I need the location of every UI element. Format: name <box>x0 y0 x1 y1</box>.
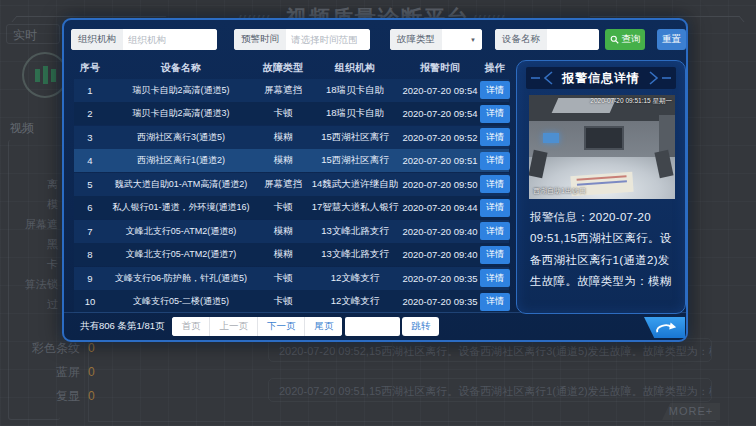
cell-org: 13文峰北路支行 <box>310 248 400 261</box>
ticker-message: 2020-07-20 09:51,15西湖社区离行。设备西湖社区离行1(通道2)… <box>268 378 712 402</box>
chevron-left-icon <box>530 71 556 85</box>
stat-label: 复显 <box>0 384 80 408</box>
search-button[interactable]: 查询 <box>605 29 645 50</box>
detail-button[interactable]: 详情 <box>480 175 510 193</box>
alarm-detail-message: 报警信息：2020-07-20 09:51,15西湖社区离行。设备西湖社区离行1… <box>530 207 674 292</box>
alarm-list-modal: 组织机构 预警时间 故障类型 ▼ 设备名称 查询 重置 <box>62 18 688 342</box>
table-row[interactable]: 9文峰支行06-防护舱，针孔(通道5)卡顿12文峰支行2020-07-20 09… <box>74 267 509 290</box>
detail-button[interactable]: 详情 <box>480 128 510 146</box>
detail-button[interactable]: 详情 <box>480 246 510 264</box>
cell-device: 文峰支行06-防护舱，针孔(通道5) <box>106 272 256 285</box>
org-filter-group: 组织机构 <box>71 29 217 50</box>
cell-org: 17智慧大道私人银行 <box>310 201 400 214</box>
cell-fault: 卡顿 <box>256 107 310 120</box>
cell-org: 15西湖社区离行 <box>310 154 400 167</box>
col-header-device: 设备名称 <box>106 61 256 75</box>
cell-device: 西湖社区离行3(通道5) <box>106 131 256 144</box>
col-header-time: 报警时间 <box>400 61 480 75</box>
time-range-input[interactable] <box>286 29 370 50</box>
chevron-right-icon <box>646 71 672 85</box>
cell-fault: 屏幕遮挡 <box>256 178 310 191</box>
last-page-button[interactable]: 尾页 <box>305 317 342 336</box>
cell-time: 2020-07-20 09:44 <box>400 202 480 213</box>
cell-device: 文峰北支行05-ATM2(通道7) <box>106 248 256 261</box>
table-row[interactable]: 6私人银行01-通道，外环境(通道16)卡顿17智慧大道私人银行2020-07-… <box>74 196 509 219</box>
cell-device: 私人银行01-通道，外环境(通道16) <box>106 201 256 214</box>
cell-no: 1 <box>74 85 106 96</box>
cell-fault: 模糊 <box>256 248 310 261</box>
more-button: MORE+ <box>662 403 720 420</box>
cell-fault: 屏幕遮挡 <box>256 84 310 97</box>
detail-button[interactable]: 详情 <box>480 152 510 170</box>
time-filter-group: 预警时间 <box>234 29 370 50</box>
sidebar-realtime-label: 实时 <box>13 27 37 44</box>
cell-no: 9 <box>74 273 106 284</box>
reset-button[interactable]: 重置 <box>657 29 686 50</box>
table-row[interactable]: 10文峰支行05-二楼(通道5)卡顿12文峰支行2020-07-20 09:35… <box>74 290 509 313</box>
cell-no: 3 <box>74 132 106 143</box>
col-header-org: 组织机构 <box>310 61 400 75</box>
alarm-table: 序号 设备名称 故障类型 组织机构 报警时间 操作 1瑞贝卡自助2高清(通道5)… <box>74 58 509 313</box>
page-jump-input[interactable] <box>345 317 400 336</box>
first-page-button[interactable]: 首页 <box>172 317 210 336</box>
table-row[interactable]: 7文峰北支行05-ATM2(通道8)模糊13文峰北路支行2020-07-20 0… <box>74 220 509 243</box>
detail-button[interactable]: 详情 <box>480 105 510 123</box>
detail-panel-header: 报警信息详情 <box>526 67 676 89</box>
cell-fault: 卡顿 <box>256 272 310 285</box>
sidebar-stat-fragment: 过 <box>0 294 58 314</box>
cell-action: 详情 <box>480 152 510 170</box>
device-name-input[interactable] <box>547 29 599 50</box>
page-jump-button[interactable]: 跳转 <box>402 317 439 336</box>
sidebar-stat-fragments: 离模屏幕遮黑卡算法锁过 <box>0 174 58 314</box>
prev-page-button[interactable]: 上一页 <box>210 317 258 336</box>
cell-time: 2020-07-20 09:40 <box>400 249 480 260</box>
device-filter-label: 设备名称 <box>495 29 547 50</box>
cell-no: 10 <box>74 296 106 307</box>
table-row[interactable]: 1瑞贝卡自助2高清(通道5)屏幕遮挡18瑞贝卡自助2020-07-20 09:5… <box>74 79 509 102</box>
detail-button[interactable]: 详情 <box>480 199 510 217</box>
col-header-no: 序号 <box>74 61 106 75</box>
cell-org: 12文峰支行 <box>310 272 400 285</box>
next-page-button[interactable]: 下一页 <box>258 317 306 336</box>
table-row[interactable]: 3西湖社区离行3(通道5)模糊15西湖社区离行2020-07-20 09:52详… <box>74 126 509 149</box>
detail-button[interactable]: 详情 <box>480 269 510 287</box>
caret-down-icon: ▼ <box>470 37 476 43</box>
table-row[interactable]: 2瑞贝卡自助2高清(通道3)卡顿18瑞贝卡自助2020-07-20 09:54详… <box>74 102 509 125</box>
fault-type-filter-group: 故障类型 ▼ <box>390 29 482 50</box>
table-row[interactable]: 5魏武大道自助01-ATM高清(通道2)屏幕遮挡14魏武大道许继自助2020-0… <box>74 173 509 196</box>
cell-no: 4 <box>74 155 106 166</box>
cell-time: 2020-07-20 09:35 <box>400 273 480 284</box>
cell-device: 文峰支行05-二楼(通道5) <box>106 295 256 308</box>
alarm-table-header: 序号 设备名称 故障类型 组织机构 报警时间 操作 <box>74 58 509 78</box>
cell-no: 7 <box>74 226 106 237</box>
org-filter-input[interactable] <box>123 29 217 50</box>
cell-device: 瑞贝卡自助2高清(通道3) <box>106 107 256 120</box>
detail-button[interactable]: 详情 <box>480 222 510 240</box>
cell-org: 18瑞贝卡自助 <box>310 84 400 97</box>
snapshot-timestamp-overlay: 2020-07-20 09:51:15 星期一 <box>590 97 672 106</box>
table-row[interactable]: 4西湖社区离行1(通道2)模糊15西湖社区离行2020-07-20 09:51详… <box>74 149 509 172</box>
snapshot-atm-screen <box>584 126 624 150</box>
detail-button[interactable]: 详情 <box>480 293 510 311</box>
cell-time: 2020-07-20 09:51 <box>400 155 480 166</box>
sidebar-stat-fragment: 算法锁 <box>0 274 58 294</box>
sidebar-stat-fragment: 黑 <box>0 234 58 254</box>
cell-device: 魏武大道自助01-ATM高清(通道2) <box>106 178 256 191</box>
cell-time: 2020-07-20 09:52 <box>400 132 480 143</box>
sidebar-stat-fragment: 屏幕遮 <box>0 214 58 234</box>
time-filter-label: 预警时间 <box>234 29 286 50</box>
cell-device: 西湖社区离行1(通道2) <box>106 154 256 167</box>
cell-no: 6 <box>74 202 106 213</box>
cell-action: 详情 <box>480 222 510 240</box>
org-filter-label: 组织机构 <box>71 29 123 50</box>
fault-type-select[interactable]: ▼ <box>442 29 482 50</box>
cell-fault: 模糊 <box>256 131 310 144</box>
search-icon <box>610 35 619 44</box>
detail-panel-title: 报警信息详情 <box>562 70 640 87</box>
cell-org: 12文峰支行 <box>310 295 400 308</box>
pagination-bar: 共有806 条第1/81页 首页 上一页 下一页 尾页 跳转 <box>64 312 686 340</box>
detail-button[interactable]: 详情 <box>480 81 510 99</box>
cell-time: 2020-07-20 09:54 <box>400 108 480 119</box>
table-row[interactable]: 8文峰北支行05-ATM2(通道7)模糊13文峰北路支行2020-07-20 0… <box>74 243 509 266</box>
cell-time: 2020-07-20 09:40 <box>400 226 480 237</box>
